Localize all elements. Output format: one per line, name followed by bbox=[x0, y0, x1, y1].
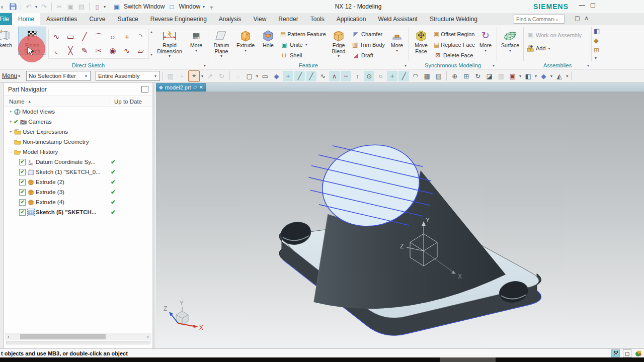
sort-ascending-icon[interactable]: ▴ bbox=[29, 99, 31, 104]
new-component-icon[interactable]: ⊞ bbox=[594, 46, 600, 54]
selection-filter-combo[interactable]: No Selection Filter▾ bbox=[26, 71, 91, 81]
circle-icon[interactable]: ○ bbox=[106, 30, 119, 43]
part-tab-model2[interactable]: ◆ model2.prt ▱ ✕ bbox=[156, 83, 206, 92]
move-handle-icon[interactable]: ＋ bbox=[283, 71, 293, 81]
zoom-window-icon[interactable]: ⊕ bbox=[449, 71, 460, 81]
collapse-icon[interactable]: − bbox=[8, 149, 14, 154]
arc-center-snap-icon[interactable]: ⊙ bbox=[364, 71, 374, 81]
datum-face-icon[interactable]: ◌ bbox=[232, 71, 243, 81]
find-command-input[interactable] bbox=[515, 16, 555, 23]
circle-snap-icon[interactable]: ○ bbox=[375, 71, 386, 81]
tab-tools[interactable]: Tools bbox=[304, 13, 331, 25]
delete-face-button[interactable]: ⊠ Delete Face bbox=[432, 50, 475, 60]
feature-more-button[interactable]: More▾ bbox=[386, 27, 408, 53]
gallery-down-icon[interactable]: ▾ bbox=[150, 52, 152, 57]
dropdown-caret-icon[interactable]: ▾ bbox=[220, 54, 222, 59]
hole-button[interactable]: Hole bbox=[258, 27, 279, 49]
sheet-body-icon[interactable]: ▭ bbox=[260, 71, 270, 81]
tree-item-datum-csys[interactable]: ✔ Datum Coordinate Sy... ✔ bbox=[4, 157, 152, 167]
touch-mode-icon[interactable]: ▯ bbox=[92, 2, 102, 12]
expand-icon[interactable]: + bbox=[8, 109, 14, 114]
tree-item-model-views[interactable]: + Model Views bbox=[4, 107, 152, 117]
work-on-assembly-button[interactable]: ▣ Work on Assembly bbox=[525, 29, 590, 42]
window-mode-caret-icon[interactable]: ▾ bbox=[519, 74, 521, 78]
redo-icon[interactable]: ↷ bbox=[39, 2, 49, 12]
mirror-assembly-icon[interactable]: ◧ bbox=[594, 27, 600, 35]
ribbon-options-icon[interactable]: ▢ bbox=[575, 15, 580, 22]
offset-region-button[interactable]: ▣ Offset Region bbox=[432, 29, 475, 39]
assembly-constraints-icon[interactable]: ▥ bbox=[165, 71, 176, 81]
tree-item-sketch-5-active[interactable]: ✔ Sketch (5) "SKETCH... ✔ bbox=[4, 207, 152, 217]
dropdown-caret-icon[interactable]: ▾ bbox=[245, 49, 247, 53]
rotate-view-icon[interactable]: ↻ bbox=[472, 71, 483, 81]
undo-icon[interactable]: ↶ bbox=[24, 2, 34, 12]
tab-render[interactable]: Render bbox=[272, 13, 304, 25]
dropdown-caret-icon[interactable]: ▾ bbox=[338, 54, 340, 59]
clip-section-icon[interactable]: ◭ bbox=[554, 71, 565, 81]
unite-button[interactable]: ▣ Unite▾ bbox=[279, 39, 327, 50]
dropdown-caret-icon[interactable]: ▾ bbox=[195, 49, 197, 53]
minimize-ribbon-icon[interactable]: ∧ bbox=[584, 15, 589, 22]
expand-icon[interactable]: + bbox=[8, 119, 14, 124]
group-dialog-caret-icon[interactable]: ▾ bbox=[204, 63, 206, 68]
datum-plane-button[interactable]: Datum Plane▾ bbox=[209, 27, 233, 59]
column-name[interactable]: Name bbox=[9, 99, 25, 105]
tree-item-cameras[interactable]: + ✔ Cameras bbox=[4, 117, 152, 127]
maximize-button[interactable]: ▢ bbox=[590, 2, 596, 9]
trim-body-button[interactable]: ▥ Trim Body bbox=[350, 39, 386, 50]
dropdown-caret-icon[interactable]: ▾ bbox=[548, 46, 550, 51]
tab-curve[interactable]: Curve bbox=[83, 13, 111, 25]
rotate-point-icon[interactable]: ↻ bbox=[216, 71, 227, 81]
tree-item-user-expressions[interactable]: + User Expressions bbox=[4, 127, 152, 137]
replace-face-button[interactable]: ▤ Replace Face bbox=[432, 39, 475, 50]
checkbox-checked[interactable]: ✔ bbox=[19, 209, 26, 216]
window-menu-button[interactable]: Window bbox=[179, 3, 200, 10]
window-mode-icon[interactable]: ▣ bbox=[507, 71, 518, 81]
render-style-caret-icon[interactable]: ▾ bbox=[535, 74, 537, 78]
chamfer-button[interactable]: ◤ Chamfer bbox=[350, 29, 386, 39]
tree-item-model-history[interactable]: − Model History bbox=[4, 147, 152, 157]
move-component-icon[interactable]: ＋ bbox=[177, 71, 187, 81]
checkbox-checked[interactable]: ✔ bbox=[19, 199, 26, 206]
wipe-section-icon[interactable]: ◪ bbox=[484, 71, 495, 81]
offset-curve-icon[interactable]: ∿ bbox=[120, 44, 133, 57]
tab-assemblies[interactable]: Assemblies bbox=[40, 13, 83, 25]
menu-button[interactable]: Menu bbox=[2, 72, 17, 79]
curve-snap-icon[interactable]: ∿ bbox=[317, 71, 328, 81]
segment-snap-icon[interactable]: ╱ bbox=[306, 71, 316, 81]
chamfer-sketch-icon[interactable]: ◟ bbox=[50, 44, 63, 57]
view-cube-icon[interactable]: ◆ bbox=[538, 71, 549, 81]
render-status-icon[interactable] bbox=[634, 350, 642, 357]
rectangle-icon[interactable]: ▭ bbox=[64, 30, 77, 43]
rect-select-icon[interactable]: ▢ bbox=[244, 71, 255, 81]
panel-resizer[interactable] bbox=[152, 83, 156, 348]
column-up-to-date[interactable]: Up to Date bbox=[110, 99, 142, 105]
edit-part-icon[interactable]: ▱ bbox=[193, 84, 197, 90]
model-canvas[interactable]: Y Z X X Y Z bbox=[156, 92, 644, 348]
customize-qat-icon[interactable]: ╤ bbox=[206, 2, 216, 12]
snap-point-caret-icon[interactable]: ▾ bbox=[201, 74, 203, 78]
gallery-up-icon[interactable]: ▴ bbox=[150, 30, 152, 34]
snap-point-icon[interactable]: ⌖ bbox=[188, 70, 200, 82]
checkbox-checked[interactable]: ✔ bbox=[19, 169, 26, 175]
arc-icon[interactable]: ⌒ bbox=[92, 30, 105, 43]
render-style-icon[interactable]: ◧ bbox=[523, 71, 533, 81]
dropdown-caret-icon[interactable]: ▾ bbox=[485, 49, 487, 53]
tree-item-non-timestamp-geometry[interactable]: Non-timestamp Geometry bbox=[4, 137, 152, 147]
line2-snap-icon[interactable]: ╱ bbox=[398, 71, 409, 81]
tree-item-sketch-1[interactable]: ✔ Sketch (1) "SKETCH_0... ✔ bbox=[4, 167, 152, 177]
move-face-button[interactable]: Move Face bbox=[410, 27, 432, 55]
tab-structure-welding[interactable]: Structure Welding bbox=[424, 13, 484, 25]
shell-button[interactable]: ⊔ Shell bbox=[279, 50, 327, 60]
pattern-feature-button[interactable]: ▤ Pattern Feature bbox=[279, 29, 327, 39]
polyline-snap-icon[interactable]: ∧ bbox=[329, 71, 340, 81]
tab-view[interactable]: View bbox=[248, 13, 273, 25]
fillet-icon[interactable]: ◝ bbox=[134, 30, 147, 43]
clip-section-caret-icon[interactable]: ▾ bbox=[566, 74, 568, 78]
dropdown-caret-icon[interactable]: ▾ bbox=[305, 42, 307, 47]
expand-icon[interactable]: + bbox=[8, 129, 14, 134]
checkbox-checked[interactable]: ✔ bbox=[19, 179, 26, 186]
scroll-left-icon[interactable]: ‹ bbox=[5, 334, 12, 339]
group-dialog-caret-icon[interactable]: ▾ bbox=[405, 63, 407, 68]
checkbox-checked[interactable]: ✔ bbox=[19, 159, 26, 165]
